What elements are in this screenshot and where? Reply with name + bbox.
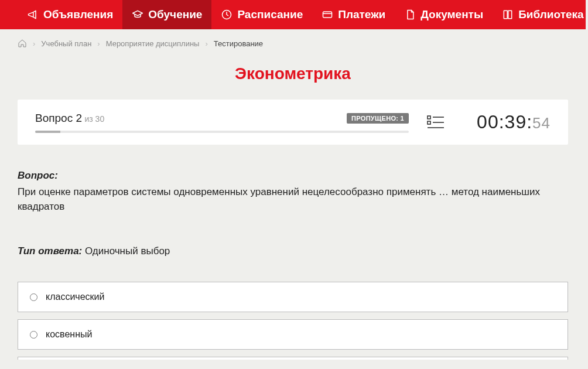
answers-list: классический косвенный <box>18 282 568 360</box>
megaphone-icon <box>27 9 39 20</box>
chevron-right-icon: › <box>33 39 35 48</box>
chevron-right-icon: › <box>205 39 207 48</box>
nav-label: Библиотека <box>518 8 583 21</box>
answer-type-value: Одиночный выбор <box>85 245 170 257</box>
nav-label: Расписание <box>237 8 303 21</box>
nav-label: Платежи <box>338 8 385 21</box>
nav-learning[interactable]: Обучение <box>122 0 211 29</box>
skipped-badge: ПРОПУЩЕНО: 1 <box>347 113 409 124</box>
breadcrumb: › Учебный план › Мероприятие дисциплины … <box>0 29 586 48</box>
graduation-icon <box>132 9 143 20</box>
document-icon <box>404 9 416 20</box>
chevron-right-icon: › <box>97 39 100 48</box>
nav-announcements[interactable]: Объявления <box>18 0 122 29</box>
timer: 00:39:54 <box>463 111 551 133</box>
answer-radio[interactable] <box>30 331 37 339</box>
answer-text: классический <box>46 292 104 302</box>
nav-documents[interactable]: Документы <box>395 0 493 29</box>
question-total: из 30 <box>84 114 104 124</box>
clock-icon <box>221 9 233 20</box>
status-card: Вопрос 2 из 30 ПРОПУЩЕНО: 1 00:39:54 <box>18 100 568 145</box>
nav-payments[interactable]: Платежи <box>312 0 395 29</box>
nav-label: Обучение <box>148 8 202 21</box>
nav-schedule[interactable]: Расписание <box>211 0 312 29</box>
question-number: Вопрос 2 <box>35 112 82 124</box>
answer-option[interactable] <box>18 357 568 360</box>
progress-bar <box>35 131 409 133</box>
question-body: Вопрос: При оценке параметров системы од… <box>18 168 568 258</box>
question-text: При оценке параметров системы одновремен… <box>18 184 568 214</box>
answer-option[interactable]: косвенный <box>18 319 568 350</box>
payment-icon <box>322 9 333 20</box>
timer-main: 00:39: <box>477 111 532 132</box>
nav-library[interactable]: Библиотека ⌄ <box>493 0 588 29</box>
svg-rect-3 <box>428 121 430 124</box>
page-title: Эконометрика <box>0 64 586 83</box>
answer-type-label: Тип ответа: <box>18 245 82 257</box>
breadcrumb-link-plan[interactable]: Учебный план <box>41 39 91 48</box>
question-label: Вопрос: <box>18 170 58 181</box>
breadcrumb-link-event[interactable]: Мероприятие дисциплины <box>106 39 200 48</box>
answer-option[interactable]: классический <box>18 282 568 312</box>
timer-seconds: 54 <box>532 114 551 132</box>
question-list-icon[interactable] <box>426 114 445 131</box>
breadcrumb-current: Тестирование <box>214 39 263 48</box>
svg-rect-2 <box>428 116 430 119</box>
svg-rect-1 <box>323 12 332 18</box>
nav-label: Объявления <box>43 8 113 21</box>
progress-fill <box>35 131 60 133</box>
book-icon <box>502 9 514 20</box>
answer-radio[interactable] <box>30 293 37 301</box>
top-nav: Объявления Обучение Расписание Платежи Д… <box>0 0 586 29</box>
home-icon[interactable] <box>18 39 27 48</box>
nav-label: Документы <box>421 8 483 21</box>
answer-text: косвенный <box>46 329 92 340</box>
